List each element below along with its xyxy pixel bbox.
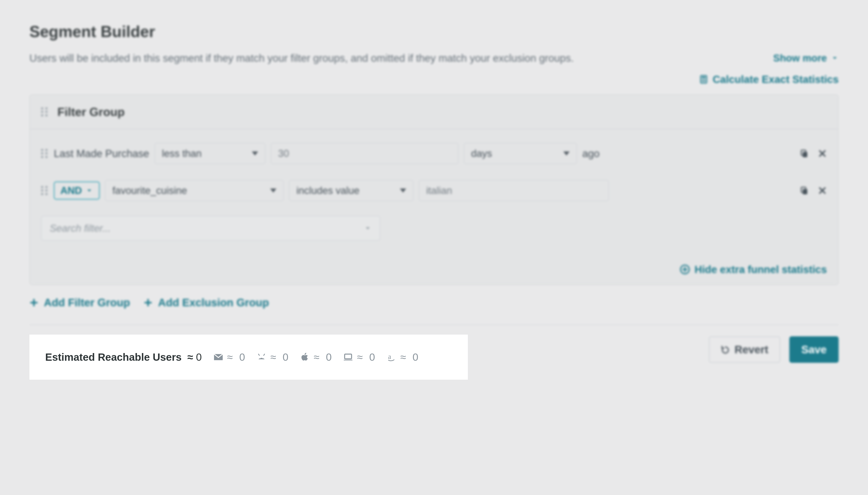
search-placeholder: Search filter... (50, 223, 111, 234)
stat-web-value: 0 (369, 351, 375, 363)
add-filter-group-label: Add Filter Group (44, 296, 130, 309)
svg-rect-15 (345, 354, 352, 359)
stat-android: ≈ 0 (256, 351, 288, 363)
plus-circle-icon (680, 264, 690, 275)
save-button[interactable]: Save (789, 336, 839, 363)
svg-point-5 (702, 81, 703, 82)
android-icon (256, 352, 267, 362)
add-exclusion-group-button[interactable]: Add Exclusion Group (143, 296, 269, 309)
save-label: Save (801, 343, 827, 356)
revert-label: Revert (734, 343, 768, 356)
filter-group-card: Filter Group Last Made Purchase less tha… (29, 95, 839, 285)
filter-rule-row: AND favourite_cuisine includes value ita… (30, 172, 838, 209)
stat-email: ≈ 0 (213, 351, 245, 363)
search-filter-input[interactable]: Search filter... (41, 216, 380, 241)
conjunction-label: AND (61, 185, 82, 196)
add-exclusion-group-label: Add Exclusion Group (158, 296, 269, 309)
chevron-down-icon (252, 151, 258, 155)
filter-group-title: Filter Group (57, 105, 125, 119)
chevron-down-icon (831, 54, 839, 62)
close-icon[interactable] (818, 149, 827, 158)
drag-handle-icon[interactable] (41, 107, 48, 116)
svg-point-4 (704, 79, 705, 80)
rule-operator-value: less than (162, 148, 202, 159)
chevron-down-icon (364, 224, 372, 232)
hide-funnel-label: Hide extra funnel statistics (695, 263, 827, 275)
svg-point-3 (703, 79, 704, 80)
rule-suffix-label: ago (582, 147, 600, 159)
rule-operator-select[interactable]: less than (155, 143, 266, 164)
stat-apple: ≈ 0 (300, 351, 332, 363)
calculate-stats-label: Calculate Exact Statistics (713, 73, 839, 85)
chevron-down-icon (400, 188, 406, 192)
svg-point-14 (262, 358, 263, 358)
stat-web: ≈ 0 (343, 351, 375, 363)
add-filter-group-button[interactable]: Add Filter Group (29, 296, 130, 309)
rule-operator-value: includes value (296, 185, 359, 196)
laptop-icon (343, 352, 353, 362)
segment-description: Users will be included in this segment i… (29, 52, 574, 64)
rule-attribute-value: favourite_cuisine (112, 185, 187, 196)
chevron-down-icon (270, 188, 276, 192)
reachable-users-stats: Estimated Reachable Users ≈ 0 ≈ 0 ≈ 0 ≈ … (29, 335, 468, 380)
svg-point-2 (702, 79, 703, 80)
rule-value-text: 30 (278, 148, 289, 159)
show-more-link[interactable]: Show more (773, 52, 839, 64)
plus-icon (143, 298, 153, 307)
conjunction-toggle[interactable]: AND (54, 182, 100, 200)
revert-button[interactable]: Revert (709, 336, 780, 363)
rule-value-text: italian (426, 185, 452, 196)
page-title: Segment Builder (29, 22, 839, 41)
chevron-down-icon (85, 187, 93, 194)
stat-amazon-value: 0 (412, 351, 419, 363)
copy-icon[interactable] (800, 149, 809, 158)
close-icon[interactable] (818, 186, 827, 195)
svg-rect-10 (803, 189, 807, 194)
svg-rect-1 (702, 76, 705, 78)
drag-handle-icon[interactable] (41, 149, 48, 158)
filter-rule-row: Last Made Purchase less than 30 days ago (30, 129, 838, 172)
email-icon (213, 352, 224, 362)
apple-icon (300, 352, 310, 362)
rule-attribute-label: Last Made Purchase (54, 147, 149, 159)
calculate-stats-link[interactable]: Calculate Exact Statistics (699, 73, 839, 85)
chevron-down-icon (563, 151, 569, 155)
rule-value-input[interactable]: italian (419, 180, 609, 201)
drag-handle-icon[interactable] (41, 186, 48, 195)
rule-unit-value: days (471, 148, 492, 159)
amazon-icon: a (386, 352, 397, 362)
show-more-label: Show more (773, 52, 827, 64)
svg-text:a: a (388, 353, 391, 360)
svg-point-6 (703, 81, 704, 82)
stat-email-value: 0 (239, 351, 245, 363)
plus-icon (29, 298, 38, 307)
undo-icon (721, 345, 730, 354)
svg-point-7 (704, 81, 705, 82)
reachable-users-label: Estimated Reachable Users (45, 351, 182, 363)
copy-icon[interactable] (800, 186, 809, 195)
reachable-users-total: 0 (196, 351, 202, 363)
rule-attribute-select[interactable]: favourite_cuisine (105, 180, 284, 201)
rule-value-input[interactable]: 30 (271, 143, 458, 164)
calculator-icon (699, 75, 708, 84)
stat-apple-value: 0 (326, 351, 332, 363)
svg-rect-8 (803, 152, 807, 157)
rule-operator-select[interactable]: includes value (289, 180, 413, 201)
stat-android-value: 0 (283, 351, 288, 363)
rule-unit-select[interactable]: days (464, 143, 577, 164)
stat-amazon: a ≈ 0 (386, 351, 419, 363)
hide-funnel-stats-link[interactable]: Hide extra funnel statistics (680, 263, 827, 275)
svg-point-13 (260, 358, 261, 358)
